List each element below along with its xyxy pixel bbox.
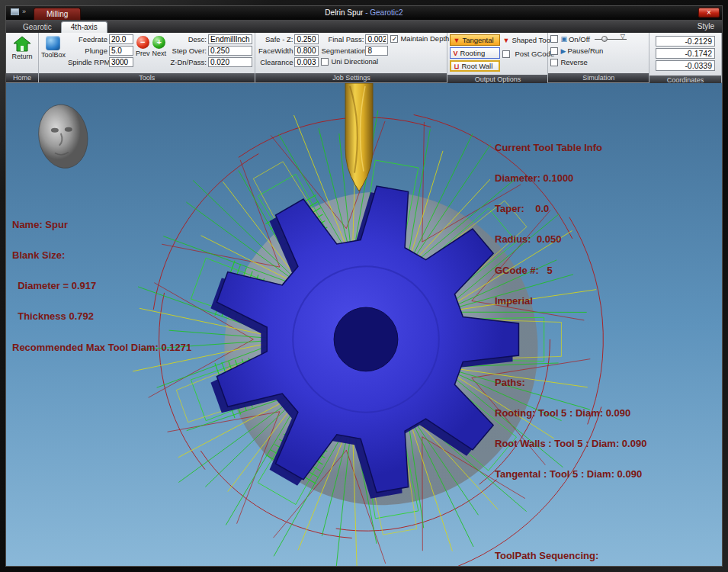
onoff-checkbox[interactable] xyxy=(550,35,558,43)
shaped-tool-icon: ▼ xyxy=(502,37,509,44)
post-gcode-checkbox[interactable] xyxy=(502,50,510,58)
tangental-button[interactable]: ▼ Tangental xyxy=(450,34,500,46)
style-menu[interactable]: Style xyxy=(698,22,722,31)
uni-directional-checkbox[interactable] xyxy=(321,58,329,66)
root-wall-button[interactable]: ⊔ Root Wall xyxy=(450,60,500,72)
pause-run-checkbox[interactable] xyxy=(550,47,558,55)
window-title: Delrin Spur - Gearotic2 xyxy=(6,8,722,17)
info-line: Current Tool Table Info xyxy=(495,143,646,153)
safe-z-label: Safe - Z: xyxy=(258,35,293,43)
play-icon: ▶ xyxy=(560,47,566,55)
segmentation-label: Segmentation xyxy=(321,47,364,55)
tab-gearotic[interactable]: Gearotic xyxy=(14,22,61,33)
desc-input[interactable] xyxy=(208,34,252,44)
tab-milling[interactable]: Milling xyxy=(34,8,81,20)
prev-tool-label: Prev xyxy=(136,50,150,57)
info-line: Rooting: Tool 5 : Diam: 0.090 xyxy=(495,408,646,418)
info-line: ToolPath Sequencing: xyxy=(495,551,646,561)
next-tool-button[interactable]: + Next xyxy=(152,34,166,57)
next-tool-icon: + xyxy=(152,36,165,49)
info-line: Taper: 0.0 xyxy=(495,204,646,214)
group-caption-tools: Tools xyxy=(39,73,255,82)
slider-handle[interactable] xyxy=(601,36,608,42)
ribbon-group-tools: ToolBox Feedrate Plunge Spindle RPM xyxy=(39,33,256,82)
home-icon xyxy=(13,36,31,52)
ribbon-group-simulation: ▣ On/Off ▽ ▶ Pause/Run Reverse xyxy=(548,33,649,82)
facewidth-input[interactable] xyxy=(294,46,319,56)
return-button[interactable]: Return xyxy=(11,34,32,60)
titlebar: » Milling Delrin Spur - Gearotic2 × xyxy=(6,6,722,20)
plunge-label: Plunge xyxy=(68,47,107,55)
safe-z-input[interactable] xyxy=(294,34,319,44)
tangental-label: Tangental xyxy=(462,36,493,44)
ribbon: Return Home ToolBox Feedrate Plunge xyxy=(6,33,722,83)
info-line: GCode #: 5 xyxy=(495,265,646,275)
shaped-tool-button[interactable]: ▼ Shaped Tool xyxy=(502,34,554,46)
tangental-icon: ▼ xyxy=(453,37,460,44)
info-line: Name: Spur xyxy=(12,220,191,230)
toolbox-button[interactable]: ToolBox xyxy=(41,34,66,59)
coordinate-x-readout: -0.2129 xyxy=(656,36,715,47)
info-line: Imperial xyxy=(495,296,646,306)
z-dn-pass-input[interactable] xyxy=(208,57,252,67)
clearance-input[interactable] xyxy=(294,57,319,67)
info-line: Thickness 0.792 xyxy=(12,311,191,321)
uni-directional-label: Uni Directional xyxy=(331,57,378,66)
step-over-label: Step Over: xyxy=(168,47,207,55)
rooting-label: Rooting xyxy=(460,49,485,57)
prev-tool-button[interactable]: − Prev xyxy=(136,34,150,57)
tab-4th-axis[interactable]: 4th-axis xyxy=(61,21,107,33)
simulation-speed-slider[interactable]: ▽ xyxy=(595,34,627,43)
prev-tool-icon: − xyxy=(136,36,149,49)
rooting-button[interactable]: V Rooting xyxy=(450,47,500,59)
toolbox-label: ToolBox xyxy=(41,51,66,59)
root-wall-icon: ⊔ xyxy=(454,63,459,70)
maintain-depth-checkbox[interactable]: ✓ xyxy=(390,35,398,43)
clearance-label: Clearance xyxy=(258,58,293,66)
coordinate-y-readout: -0.1742 xyxy=(656,48,715,59)
monitor-icon: ▣ xyxy=(560,35,567,43)
ribbon-group-output-options: ▼ Tangental V Rooting ⊔ Root Wall ▼ xyxy=(447,33,548,82)
ribbon-group-coordinates: -0.2129 -0.1742 -0.0339 Coordinates xyxy=(649,33,722,82)
shaped-tool-label: Shaped Tool xyxy=(512,36,552,44)
ribbon-group-home: Return Home xyxy=(6,33,39,82)
group-caption-home: Home xyxy=(6,73,38,82)
rooting-icon: V xyxy=(453,50,457,57)
maintain-depth-label: Maintain Depth xyxy=(400,34,449,43)
reverse-checkbox[interactable] xyxy=(550,59,558,66)
ribbon-group-job-settings: Safe - Z: FaceWidth Clearance Final Pass… xyxy=(255,33,447,82)
coordinate-z-readout: -0.0339 xyxy=(656,60,715,71)
segmentation-input[interactable] xyxy=(365,46,388,56)
next-tool-label: Next xyxy=(152,50,166,57)
app-window: » Milling Delrin Spur - Gearotic2 × Gear… xyxy=(5,5,723,567)
paths-info-block: Paths: Rooting: Tool 5 : Diam: 0.090 Roo… xyxy=(495,357,646,500)
quick-access-chevron-icon[interactable]: » xyxy=(22,8,26,15)
toolbox-icon xyxy=(46,36,60,50)
step-over-input[interactable] xyxy=(208,46,252,56)
spindle-rpm-input[interactable] xyxy=(109,57,133,67)
group-caption-job-settings: Job Settings xyxy=(255,73,447,82)
tool-table-info-block: Current Tool Table Info Diameter: 0.1000… xyxy=(495,122,646,326)
info-line: Paths: xyxy=(495,378,646,387)
viewport: Name: Spur Blank Size: Diameter = 0.917 … xyxy=(6,83,722,566)
window-title-project: Delrin Spur xyxy=(325,8,363,17)
app-icon[interactable] xyxy=(11,8,19,15)
window-title-app: - Gearotic2 xyxy=(365,8,402,17)
feedrate-input[interactable] xyxy=(109,34,133,44)
reverse-label: Reverse xyxy=(560,58,587,66)
plunge-input[interactable] xyxy=(109,46,133,56)
window-frame: » Milling Delrin Spur - Gearotic2 × Gear… xyxy=(0,0,728,572)
info-line: Diameter: 0.1000 xyxy=(495,173,646,183)
spindle-rpm-label: Spindle RPM xyxy=(68,58,107,66)
slider-track xyxy=(595,39,627,40)
facewidth-label: FaceWidth xyxy=(258,47,293,55)
return-label: Return xyxy=(11,53,32,60)
final-pass-label: Final Pass: xyxy=(321,35,364,43)
final-pass-input[interactable] xyxy=(365,34,388,44)
onoff-label: On/Off xyxy=(569,35,590,43)
info-line: Recommended Max Tool Diam: 0.1271 xyxy=(12,342,191,352)
root-wall-label: Root Wall xyxy=(461,62,492,70)
tool-info-text: Current Tool Table Info Diameter: 0.1000… xyxy=(495,101,646,566)
close-button[interactable]: × xyxy=(698,8,720,18)
info-line: Radius: 0.050 xyxy=(495,234,646,244)
